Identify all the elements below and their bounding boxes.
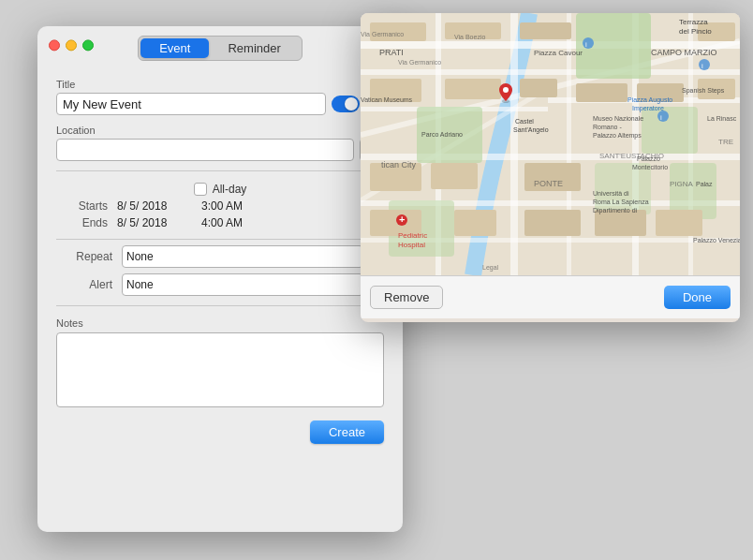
svg-point-79 (657, 111, 669, 122)
svg-rect-38 (656, 210, 702, 236)
svg-text:TRE: TRE (718, 138, 733, 146)
map-controls: Remove Done (361, 275, 740, 318)
segmented-control: Event Reminder (138, 36, 303, 61)
svg-text:Piazza Cavour: Piazza Cavour (534, 49, 583, 57)
svg-text:PIGNA: PIGNA (670, 180, 694, 188)
svg-text:i: i (701, 62, 703, 70)
svg-rect-32 (431, 163, 478, 189)
svg-text:CAMPO MARZIO: CAMPO MARZIO (651, 48, 717, 57)
svg-point-82 (503, 87, 509, 93)
svg-rect-26 (520, 79, 557, 97)
svg-text:Pediatric: Pediatric (398, 231, 427, 240)
event-tab[interactable]: Event (140, 38, 209, 58)
map-svg: PRATI CAMPO MARZIO Piazza Cavour Via Ger… (361, 13, 740, 275)
svg-text:Imperatore: Imperatore (632, 105, 664, 112)
starts-label: Starts (56, 199, 108, 213)
svg-text:PRATI: PRATI (379, 48, 404, 57)
repeat-row: Repeat None ▲ ▼ (56, 245, 384, 268)
svg-text:Palazzo Altemps: Palazzo Altemps (593, 132, 642, 140)
title-input[interactable] (56, 93, 326, 115)
svg-text:+: + (399, 214, 405, 225)
svg-text:Via Germanico: Via Germanico (361, 31, 404, 37)
allday-row: All-day (56, 183, 384, 196)
map-window: PRATI CAMPO MARZIO Piazza Cavour Via Ger… (361, 13, 740, 322)
svg-text:Romano -: Romano - (593, 124, 622, 130)
svg-text:Dipartimento di: Dipartimento di (593, 207, 638, 214)
svg-rect-9 (510, 13, 518, 275)
divider-1 (56, 170, 384, 171)
svg-rect-2 (361, 69, 740, 75)
svg-text:Hospital: Hospital (398, 241, 425, 249)
alert-row: Alert None ▲ ▼ (56, 273, 384, 296)
starts-time[interactable]: 3:00 AM (201, 199, 243, 213)
repeat-dropdown-wrapper: None (122, 245, 363, 268)
svg-text:Legal: Legal (482, 264, 499, 272)
notes-label: Notes (56, 317, 384, 329)
done-button[interactable]: Done (664, 286, 731, 309)
svg-text:Montecitorio: Montecitorio (632, 164, 668, 170)
close-button[interactable] (49, 39, 60, 51)
toggle-switch[interactable] (332, 96, 360, 112)
svg-text:La Rinasc: La Rinasc (707, 115, 737, 122)
svg-text:Museo Nazionale: Museo Nazionale (593, 115, 643, 122)
ends-time[interactable]: 4:00 AM (201, 216, 243, 229)
svg-text:Via Germanico: Via Germanico (398, 59, 441, 66)
create-button[interactable]: Create (310, 420, 384, 444)
svg-text:i: i (585, 40, 587, 49)
title-row: ▲ ▼ (56, 93, 384, 115)
svg-text:Piazza Augusto: Piazza Augusto (628, 96, 672, 104)
svg-text:Castel: Castel (515, 118, 534, 125)
svg-text:Roma La Sapienza: Roma La Sapienza (593, 199, 649, 206)
title-bar: Event Reminder (37, 26, 403, 60)
reminder-tab[interactable]: Reminder (209, 38, 299, 58)
svg-rect-25 (520, 22, 571, 39)
svg-rect-24 (445, 79, 501, 99)
svg-text:Via Boezio: Via Boezio (454, 34, 485, 40)
starts-date[interactable]: 8/ 5/ 2018 (117, 199, 201, 213)
svg-rect-35 (454, 210, 496, 236)
minimize-button[interactable] (66, 39, 77, 51)
svg-text:Terrazza: Terrazza (679, 18, 708, 26)
repeat-select[interactable]: None (122, 245, 363, 268)
svg-text:Palazzo: Palazzo (637, 155, 660, 162)
notes-textarea[interactable] (56, 332, 384, 407)
location-input[interactable] (56, 139, 354, 161)
location-label: Location (56, 125, 384, 136)
svg-point-77 (699, 59, 710, 70)
svg-rect-27 (576, 83, 628, 102)
maximize-button[interactable] (82, 39, 94, 51)
remove-button[interactable]: Remove (370, 286, 443, 309)
divider-3 (56, 305, 384, 306)
ends-date[interactable]: 8/ 5/ 2018 (117, 216, 201, 229)
svg-text:Palazzo Venezia: Palazzo Venezia (693, 237, 740, 243)
svg-point-75 (583, 37, 594, 49)
allday-label: All-day (213, 183, 247, 196)
alert-dropdown-wrapper: None (122, 273, 363, 296)
title-label: Title (56, 79, 384, 90)
svg-text:i: i (660, 113, 662, 122)
repeat-label: Repeat (56, 250, 112, 263)
divider-2 (56, 239, 384, 240)
svg-text:PONTE: PONTE (534, 179, 563, 188)
svg-rect-37 (595, 210, 646, 236)
alert-select[interactable]: None (122, 273, 363, 296)
ends-row: Ends 8/ 5/ 2018 4:00 AM (56, 216, 384, 229)
svg-text:tican City: tican City (381, 160, 417, 169)
svg-text:Spanish Steps: Spanish Steps (682, 87, 725, 95)
event-window: Event Reminder Title ▲ ▼ Location (37, 26, 403, 532)
svg-text:Palaz: Palaz (696, 181, 713, 187)
allday-checkbox[interactable] (194, 183, 207, 196)
form-content: Title ▲ ▼ Location All-day (37, 60, 403, 459)
svg-text:Parco Adriano: Parco Adriano (421, 131, 463, 138)
svg-text:Università di: Università di (593, 190, 629, 197)
ends-label: Ends (56, 216, 108, 229)
starts-row: Starts 8/ 5/ 2018 3:00 AM (56, 199, 384, 213)
svg-text:Sant'Angelo: Sant'Angelo (513, 126, 549, 134)
svg-rect-17 (642, 107, 698, 154)
traffic-lights (49, 39, 94, 51)
alert-label: Alert (56, 278, 112, 291)
svg-rect-36 (524, 210, 581, 236)
map-area[interactable]: PRATI CAMPO MARZIO Piazza Cavour Via Ger… (361, 13, 740, 275)
create-btn-row: Create (56, 420, 384, 444)
svg-text:del Pincio: del Pincio (679, 27, 712, 36)
